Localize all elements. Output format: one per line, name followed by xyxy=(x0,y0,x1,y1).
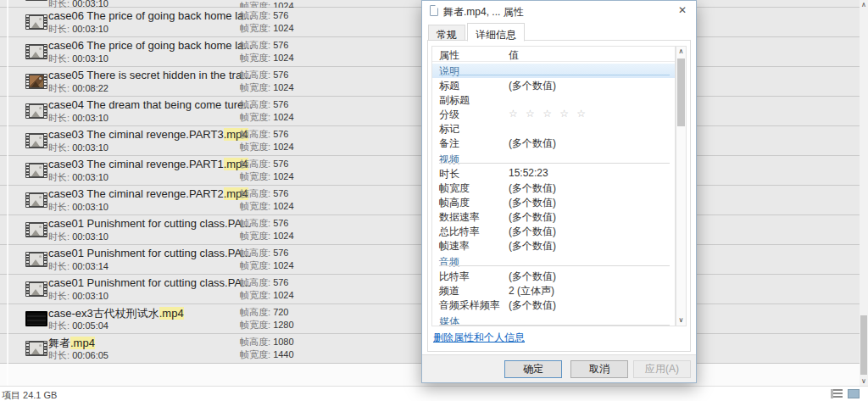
property-value: (多个数值) xyxy=(509,239,556,253)
column-value: 值 xyxy=(509,47,519,61)
property-section-header: 媒体 xyxy=(432,314,675,326)
frame-width: 帧宽度: 1280 xyxy=(240,319,294,331)
remove-properties-link[interactable]: 删除属性和个人信息 xyxy=(433,331,525,345)
status-bar: 项目 24.1 GB xyxy=(0,386,868,401)
file-name: case04 The dream that being come ture... xyxy=(48,98,253,111)
property-value: (多个数值) xyxy=(509,79,556,93)
property-section-header: 视频 xyxy=(432,152,675,166)
file-frame-meta: 帧高度: 576 帧宽度: 1024 xyxy=(240,247,294,272)
section-divider xyxy=(439,163,670,164)
file-name: case05 There is secret hidden in the tra… xyxy=(48,69,251,81)
explorer-scrollbar[interactable]: ∧ ∨ xyxy=(860,0,868,386)
file-duration: 时长: 00:03:10 xyxy=(48,53,108,65)
scroll-down-icon[interactable]: ∨ xyxy=(860,376,868,386)
property-label: 帧速率 xyxy=(439,239,470,253)
property-label: 帧宽度 xyxy=(439,181,470,196)
dialog-titlebar[interactable]: 舞者.mp4, ... 属性 ✕ xyxy=(422,1,696,21)
property-row[interactable]: 帧宽度 (多个数值) xyxy=(432,181,675,195)
file-frame-meta: 帧高度: 576 帧宽度: 1024 xyxy=(240,187,294,213)
property-label: 比特率 xyxy=(439,270,470,284)
frame-width: 帧宽度: 1024 xyxy=(240,22,294,35)
file-frame-meta: 帧高度: 720 帧宽度: 1280 xyxy=(240,306,294,331)
property-value: (多个数值) xyxy=(509,181,556,196)
file-frame-meta: 帧高度: 576 帧宽度: 1024 xyxy=(240,128,294,153)
file-name: case06 The price of going back home la..… xyxy=(48,39,253,52)
column-property: 属性 xyxy=(432,47,509,61)
details-view-icon[interactable] xyxy=(831,389,843,398)
property-row[interactable]: 分级 ☆ ☆ ☆ ☆ ☆ xyxy=(432,107,675,121)
property-value: ☆ ☆ ☆ ☆ ☆ xyxy=(509,108,588,120)
property-row[interactable]: 频道 2 (立体声) xyxy=(432,283,675,298)
file-duration: 时长: 00:03:10 xyxy=(48,23,108,36)
frame-width: 帧宽度: 1024 xyxy=(240,111,294,124)
property-value: (多个数值) xyxy=(509,270,556,284)
video-thumbnail-icon xyxy=(25,281,47,297)
property-list: 属性 值 说明 标题 (多个数值) 副标题 分级 ☆ ☆ ☆ ☆ ☆ 标记 备注… xyxy=(431,46,676,326)
property-row[interactable]: 帧高度 (多个数值) xyxy=(432,195,675,209)
file-frame-meta: 帧高度: 576 帧宽度: 1024 xyxy=(240,276,294,302)
property-label: 副标题 xyxy=(439,93,470,108)
scroll-down-icon[interactable]: ∨ xyxy=(676,315,686,326)
file-name: case03 The ciminal revenge.PART2.mp4 xyxy=(48,187,248,200)
tab-details[interactable]: 详细信息 xyxy=(467,23,525,42)
frame-width: 帧宽度: 1024 xyxy=(240,200,294,213)
section-divider xyxy=(439,325,670,326)
file-frame-meta: 帧高度: 576 帧宽度: 1024 xyxy=(240,9,294,35)
property-row[interactable]: 标记 xyxy=(432,121,675,136)
property-row[interactable]: 比特率 (多个数值) xyxy=(432,269,675,283)
file-duration: 时长: 00:03:10 xyxy=(48,290,108,303)
section-divider xyxy=(439,265,670,266)
frame-width: 帧宽度: 1440 xyxy=(240,348,294,361)
file-duration: 时长: 00:03:10 xyxy=(48,171,108,184)
property-value: (多个数值) xyxy=(509,196,556,210)
frame-height: 帧高度: 576 xyxy=(240,217,294,230)
video-thumbnail-icon xyxy=(25,44,47,59)
video-thumbnail-icon xyxy=(25,222,47,237)
file-icon xyxy=(430,5,438,16)
video-thumbnail-icon xyxy=(25,103,47,119)
cancel-button[interactable]: 取消 xyxy=(570,360,628,378)
scroll-up-icon[interactable]: ∧ xyxy=(860,0,868,9)
property-section-header: 音频 xyxy=(432,254,675,269)
tab-general[interactable]: 常规 xyxy=(428,25,465,41)
search-highlight: .mp4 xyxy=(159,307,184,320)
explorer-window: case06 The price of going back home la..… xyxy=(0,0,868,401)
apply-button: 应用(A) xyxy=(633,360,691,378)
file-duration: 时长: 00:05:04 xyxy=(48,320,108,332)
ok-button[interactable]: 确定 xyxy=(504,360,562,378)
property-rows: 说明 标题 (多个数值) 副标题 分级 ☆ ☆ ☆ ☆ ☆ 标记 备注 (多个数… xyxy=(432,64,675,326)
property-row[interactable]: 时长 15:52:23 xyxy=(432,166,675,181)
property-row[interactable]: 音频采样频率 (多个数值) xyxy=(432,298,675,312)
property-value: (多个数值) xyxy=(509,136,556,151)
file-name: case01 Punishment for cutting class.PA..… xyxy=(48,247,251,259)
file-duration: 时长: 00:03:10 xyxy=(48,142,108,154)
property-label: 数据速率 xyxy=(439,210,480,225)
details-tab-panel: 属性 值 说明 标题 (多个数值) 副标题 分级 ☆ ☆ ☆ ☆ ☆ 标记 备注… xyxy=(427,40,691,352)
property-value: 2 (立体声) xyxy=(509,284,554,298)
file-duration: 时长: 00:06:05 xyxy=(48,349,108,362)
file-frame-meta: 帧高度: 576 帧宽度: 1024 xyxy=(240,217,294,242)
item-count-size: 项目 24.1 GB xyxy=(2,389,57,401)
video-thumbnail-icon xyxy=(25,311,47,326)
scroll-up-icon[interactable]: ∧ xyxy=(676,47,686,57)
scrollbar-thumb[interactable] xyxy=(860,315,867,375)
property-row[interactable]: 备注 (多个数值) xyxy=(432,136,675,150)
property-row[interactable]: 标题 (多个数值) xyxy=(432,78,675,92)
property-row[interactable]: 帧速率 (多个数值) xyxy=(432,238,675,253)
file-duration: 时长: 00:03:14 xyxy=(48,260,108,273)
property-row[interactable]: 副标题 xyxy=(432,92,675,107)
property-row[interactable]: 总比特率 (多个数值) xyxy=(432,224,675,238)
close-icon[interactable]: ✕ xyxy=(676,3,689,17)
property-row[interactable]: 数据速率 (多个数值) xyxy=(432,209,675,224)
thumbnail-view-icon[interactable] xyxy=(848,389,860,398)
file-frame-meta: 帧高度: 576 帧宽度: 1024 xyxy=(240,98,294,124)
file-duration: 时长: 00:08:22 xyxy=(48,82,108,95)
video-thumbnail-icon xyxy=(25,14,47,30)
scrollbar-thumb[interactable] xyxy=(677,58,685,126)
property-label: 音频采样频率 xyxy=(439,298,500,313)
file-duration: 时长: 00:03:10 xyxy=(48,112,108,125)
property-value: (多个数值) xyxy=(509,298,556,313)
property-label: 分级 xyxy=(439,108,459,122)
property-list-scrollbar[interactable]: ∧ ∨ xyxy=(676,46,687,326)
frame-width: 帧宽度: 1024 xyxy=(240,170,294,183)
